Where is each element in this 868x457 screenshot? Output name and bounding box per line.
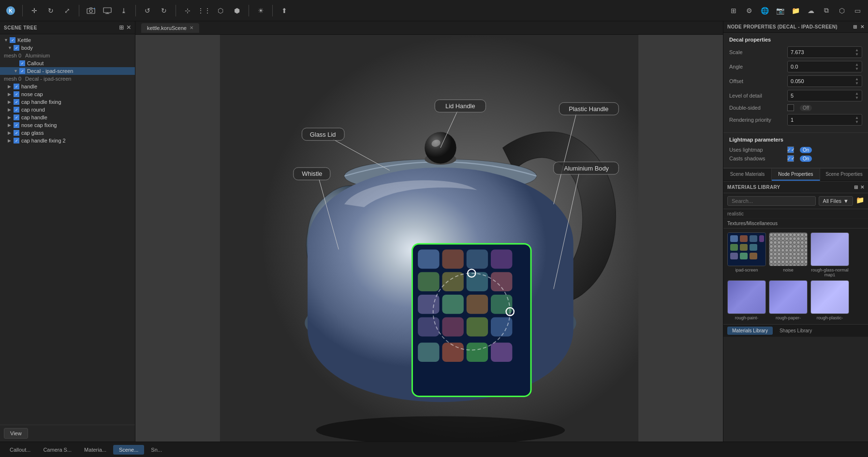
materials-lib-expand-icon[interactable]: ⊞ <box>854 185 858 190</box>
tree-item-cap-handle[interactable]: ▶ ✓ cap handle <box>0 114 135 121</box>
lib-tab-shapes[interactable]: Shapes Library <box>775 327 817 335</box>
tree-checkbox-nose-cap-fixing[interactable]: ✓ <box>14 122 19 128</box>
tree-checkbox-nose-cap[interactable]: ✓ <box>14 91 19 97</box>
tree-item-cap-handle-fixing-2[interactable]: ▶ ✓ cap handle fixing 2 <box>0 137 135 144</box>
viewport: kettle.koruScene ✕ <box>135 21 723 442</box>
material-item-roughglass[interactable]: rough-glass-normalmap1 <box>810 232 849 277</box>
prop-checkbox-doublesided[interactable] <box>787 104 794 111</box>
materials-search-input[interactable] <box>727 196 816 206</box>
lib-tab-materials[interactable]: Materials Library <box>727 327 773 335</box>
node-props-expand-icon[interactable]: ⊞ <box>853 24 857 29</box>
tree-item-cap-glass[interactable]: ▶ ✓ cap glass <box>0 129 135 137</box>
lightmap-checkbox-uses[interactable]: ✓ <box>787 146 794 153</box>
scene-tree-expand-icon[interactable]: ⊞ <box>119 24 124 31</box>
viewport-tab-close[interactable]: ✕ <box>190 25 193 30</box>
group-icon[interactable]: ⬡ <box>214 4 227 17</box>
import-icon[interactable]: ⤓ <box>117 4 131 17</box>
prop-angle-spinner[interactable]: ▲▼ <box>855 62 859 71</box>
transform-icon[interactable]: ⊹ <box>181 4 194 17</box>
material-item-roughplastic[interactable]: rough-plastic- <box>810 280 849 320</box>
material-item-roughpaper[interactable]: rough-paper- <box>769 280 808 320</box>
prop-value-angle[interactable]: 0.0 ▲▼ <box>787 61 862 72</box>
cloud-icon[interactable]: ☁ <box>804 4 818 17</box>
panel-tabs: Scene Materials Node Properties Scene Pr… <box>723 168 868 181</box>
tree-checkbox-body[interactable]: ✓ <box>14 45 19 51</box>
tree-item-callout[interactable]: ✓ Callout <box>0 59 135 67</box>
rotate-icon[interactable]: ↻ <box>44 4 58 17</box>
bottom-tab-sn[interactable]: Sn... <box>145 445 168 455</box>
bottom-tab-camera-s[interactable]: Camera S... <box>37 445 77 455</box>
window-icon[interactable]: ▭ <box>851 4 864 17</box>
scene-tree-close-icon[interactable]: ✕ <box>126 24 132 31</box>
tree-checkbox-handle[interactable]: ✓ <box>14 84 19 89</box>
screen-icon[interactable] <box>101 4 114 17</box>
tab-scene-materials[interactable]: Scene Materials <box>723 169 772 181</box>
prop-scale-spinner[interactable]: ▲▼ <box>855 48 859 57</box>
globe-icon[interactable]: 🌐 <box>758 4 771 17</box>
tree-item-decal-ipad[interactable]: ▼ ✓ Decal - ipad-screen <box>0 67 135 75</box>
snap-icon[interactable]: ⋮⋮ <box>197 4 211 17</box>
shape-icon[interactable]: ⬡ <box>835 4 849 17</box>
prop-scale-text: 7.673 <box>791 49 804 55</box>
materials-folder-icon[interactable]: 📁 <box>856 196 864 206</box>
prop-label-angle: Angle <box>729 64 787 70</box>
layers-icon[interactable]: ⧉ <box>820 4 833 17</box>
tree-item-handle[interactable]: ▶ ✓ handle <box>0 83 135 90</box>
view-button[interactable]: View <box>4 428 28 439</box>
tree-checkbox-cap-handle-fixing-2[interactable]: ✓ <box>14 138 19 143</box>
svg-rect-19 <box>491 249 512 269</box>
prop-lod-spinner[interactable]: ▲▼ <box>855 91 859 100</box>
tree-item-cap-handle-fixing[interactable]: ▶ ✓ cap handle fixing <box>0 98 135 106</box>
tree-item-body[interactable]: ▼ ✓ body <box>0 44 135 52</box>
materials-lib-close-icon[interactable]: ✕ <box>860 185 864 190</box>
prop-offset-spinner[interactable]: ▲▼ <box>855 77 859 86</box>
tree-item-nose-cap-fixing[interactable]: ▶ ✓ nose cap fixing <box>0 121 135 129</box>
prop-value-scale[interactable]: 7.673 ▲▼ <box>787 46 862 58</box>
material-item-roughpaint[interactable]: rough-paint- <box>727 280 766 320</box>
node-props-close-icon[interactable]: ✕ <box>860 24 864 29</box>
redo-icon[interactable]: ↻ <box>157 4 171 17</box>
prop-value-lod[interactable]: 5 ▲▼ <box>787 90 862 101</box>
tree-item-kettle[interactable]: ▼ ✓ Kettle <box>0 36 135 44</box>
folder-icon[interactable]: 📁 <box>789 4 802 17</box>
tree-checkbox-callout[interactable]: ✓ <box>19 60 25 66</box>
bottom-tab-scene[interactable]: Scene... <box>113 445 144 455</box>
bottom-tab-callout[interactable]: Callout... <box>4 445 36 455</box>
camera-icon[interactable]: 📷 <box>773 4 787 17</box>
prop-toggle-doublesided[interactable]: Off <box>800 105 812 111</box>
settings-icon[interactable]: ⚙ <box>742 4 756 17</box>
materials-filter-btn[interactable]: All Files ▼ <box>819 196 853 206</box>
tree-item-mesh0-decal[interactable]: mesh 0 Decal - ipad-screen <box>0 75 135 83</box>
tree-checkbox-decal[interactable]: ✓ <box>19 68 25 74</box>
ungroup-icon[interactable]: ⬢ <box>230 4 244 17</box>
tree-item-mesh0-aluminium[interactable]: mesh 0 Aluminium <box>0 52 135 59</box>
viewport-canvas[interactable]: Lid Handle Plastic Handle Glass Lid Whis… <box>135 35 723 442</box>
tree-checkbox-cap-round[interactable]: ✓ <box>14 107 19 113</box>
prop-renderpriority-spinner[interactable]: ▲▼ <box>855 115 859 124</box>
undo-icon[interactable]: ↺ <box>141 4 154 17</box>
move-icon[interactable]: ✛ <box>28 4 41 17</box>
layout-split-icon[interactable]: ⊞ <box>727 4 740 17</box>
tree-checkbox-cap-glass[interactable]: ✓ <box>14 130 19 136</box>
lightmap-toggle-casts[interactable]: On <box>800 156 812 162</box>
tree-checkbox-kettle[interactable]: ✓ <box>10 37 15 43</box>
lightmap-checkbox-casts[interactable]: ✓ <box>787 155 794 162</box>
export-icon[interactable]: ⬆ <box>278 4 291 17</box>
viewport-tab-kettle[interactable]: kettle.koruScene ✕ <box>141 23 199 33</box>
material-item-ipad-screen[interactable]: ipad-screen <box>727 232 766 277</box>
material-item-noise[interactable]: noise <box>769 232 808 277</box>
tree-checkbox-cap-handle-fixing[interactable]: ✓ <box>14 99 19 105</box>
lightmap-toggle-uses[interactable]: On <box>800 147 812 153</box>
light-icon[interactable]: ☀ <box>254 4 267 17</box>
logo-icon[interactable]: K <box>4 4 17 17</box>
tree-checkbox-cap-handle[interactable]: ✓ <box>14 114 19 120</box>
prop-value-offset[interactable]: 0.050 ▲▼ <box>787 75 862 87</box>
bottom-tab-materia[interactable]: Materia... <box>78 445 112 455</box>
tree-item-nose-cap[interactable]: ▶ ✓ nose cap <box>0 90 135 98</box>
prop-value-renderpriority[interactable]: 1 ▲▼ <box>787 114 862 126</box>
tab-node-properties[interactable]: Node Properties <box>772 169 820 181</box>
tab-scene-properties[interactable]: Scene Properties <box>820 169 868 181</box>
scale-icon[interactable]: ⤢ <box>60 4 74 17</box>
camera-add-icon[interactable]: + <box>84 4 98 17</box>
tree-item-cap-round[interactable]: ▶ ✓ cap round <box>0 106 135 114</box>
